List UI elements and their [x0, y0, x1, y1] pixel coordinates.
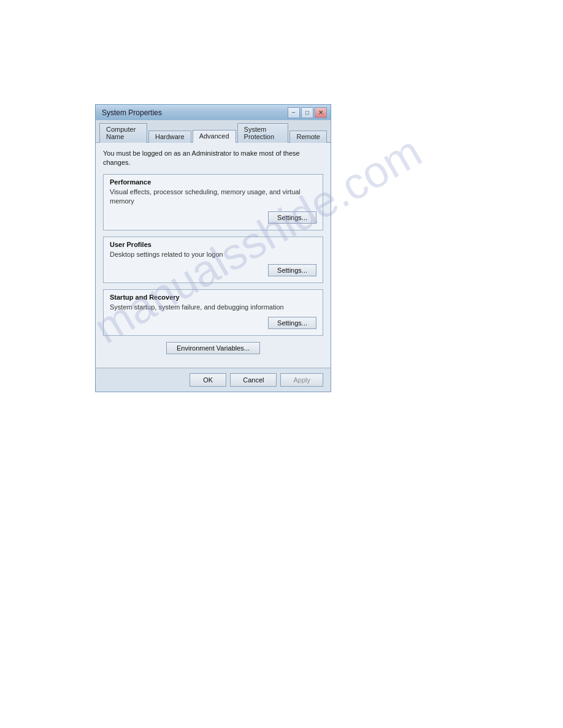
- startup-recovery-settings-button[interactable]: Settings...: [268, 317, 316, 329]
- ok-button[interactable]: OK: [190, 373, 226, 387]
- bottom-bar: OK Cancel Apply: [96, 368, 331, 392]
- startup-recovery-desc: System startup, system failure, and debu…: [110, 303, 316, 312]
- startup-recovery-btn-row: Settings...: [110, 317, 316, 329]
- user-profiles-settings-button[interactable]: Settings...: [268, 264, 316, 276]
- user-profiles-desc: Desktop settings related to your logon: [110, 250, 316, 259]
- user-profiles-title: User Profiles: [110, 241, 316, 248]
- performance-settings-button[interactable]: Settings...: [268, 211, 316, 224]
- tab-hardware[interactable]: Hardware: [148, 131, 191, 143]
- title-bar: System Properties − □ ✕: [95, 104, 331, 120]
- title-controls: − □ ✕: [288, 107, 327, 118]
- startup-recovery-section: Startup and Recovery System startup, sys…: [103, 289, 323, 336]
- dialog-body: You must be logged on as an Administrato…: [96, 143, 331, 368]
- tab-remote[interactable]: Remote: [289, 131, 327, 143]
- performance-section: Performance Visual effects, processor sc…: [103, 174, 323, 230]
- maximize-button[interactable]: □: [301, 107, 313, 118]
- environment-variables-button[interactable]: Environment Variables...: [166, 342, 260, 354]
- system-properties-dialog: System Properties − □ ✕ Computer Name Ha…: [95, 104, 331, 392]
- dialog-content: Computer Name Hardware Advanced System P…: [95, 120, 331, 392]
- performance-title: Performance: [110, 178, 316, 186]
- tab-system-protection[interactable]: System Protection: [237, 123, 289, 143]
- admin-note: You must be logged on as an Administrato…: [103, 149, 323, 168]
- minimize-button[interactable]: −: [288, 107, 300, 118]
- dialog-title: System Properties: [102, 108, 162, 117]
- tabs-bar: Computer Name Hardware Advanced System P…: [96, 120, 331, 143]
- startup-recovery-title: Startup and Recovery: [110, 294, 316, 301]
- performance-btn-row: Settings...: [110, 211, 316, 224]
- tab-advanced[interactable]: Advanced: [193, 130, 236, 143]
- apply-button[interactable]: Apply: [280, 373, 323, 387]
- close-button[interactable]: ✕: [315, 107, 327, 118]
- env-variables-row: Environment Variables...: [103, 342, 323, 354]
- tab-computer-name[interactable]: Computer Name: [99, 123, 147, 143]
- cancel-button[interactable]: Cancel: [230, 373, 277, 387]
- user-profiles-btn-row: Settings...: [110, 264, 316, 276]
- user-profiles-section: User Profiles Desktop settings related t…: [103, 237, 323, 283]
- performance-desc: Visual effects, processor scheduling, me…: [110, 188, 316, 207]
